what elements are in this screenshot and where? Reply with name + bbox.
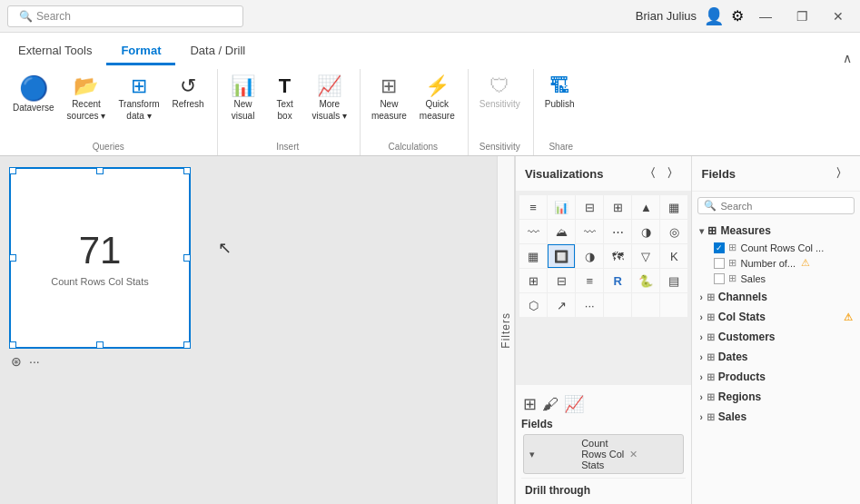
viz-more[interactable]: ··· <box>576 293 603 317</box>
more-visuals-button[interactable]: 📈 Morevisuals ▾ <box>307 73 352 125</box>
viz-line-chart[interactable]: 〰 <box>519 220 547 243</box>
viz-stacked-area[interactable]: ▦ <box>660 195 687 219</box>
viz-line2[interactable]: 〰 <box>576 220 603 243</box>
viz-expand-right[interactable]: 〉 <box>663 163 682 183</box>
sales-table-group-icon: ⊞ <box>707 411 715 423</box>
viz-waterfall[interactable]: ↗ <box>548 293 575 317</box>
quick-measure-button[interactable]: ⚡ Quickmeasure <box>414 73 460 125</box>
sensitivity-group-label: Sensitivity <box>474 142 526 155</box>
tab-external-tools[interactable]: External Tools <box>4 38 106 65</box>
viz-area-chart[interactable]: ▲ <box>632 195 659 219</box>
ribbon-group-insert: 📊 Newvisual T Textbox 📈 Morevisuals ▾ In… <box>220 69 361 155</box>
field-group-regions: › ⊞ Regions <box>696 388 856 406</box>
ribbon-group-sensitivity-items: 🛡 Sensitivity <box>474 69 526 142</box>
viz-scatter[interactable]: ⋯ <box>604 220 631 243</box>
field-group-col-stats-header[interactable]: › ⊞ Col Stats ⚠ <box>696 308 856 326</box>
field-item-sales[interactable]: ⊞ Sales <box>696 271 856 286</box>
handle-top-mid[interactable] <box>96 167 104 174</box>
handle-top-right[interactable] <box>183 167 191 174</box>
new-visual-button[interactable]: 📊 Newvisual <box>223 73 263 125</box>
viz-treemap[interactable]: ▦ <box>519 244 547 268</box>
refresh-button[interactable]: ↺ Refresh <box>167 73 210 114</box>
restore-button[interactable]: ❐ <box>787 2 816 31</box>
viz-format-icon[interactable]: 🖌 <box>542 395 559 414</box>
titlebar-search[interactable]: 🔍 Search <box>7 5 243 27</box>
field-checkbox-count-rows[interactable]: ✓ <box>714 242 725 253</box>
tab-format[interactable]: Format <box>106 38 175 65</box>
viz-map[interactable]: 🗺 <box>604 244 631 268</box>
dataverse-label: Dataverse <box>13 102 54 114</box>
field-group-measures-header[interactable]: ▾ ⊞ Measures <box>696 222 856 240</box>
minimize-button[interactable]: — <box>751 2 780 31</box>
viz-python[interactable]: 🐍 <box>632 269 659 292</box>
pill-remove-icon[interactable]: ✕ <box>629 449 677 460</box>
viz-field-pill[interactable]: ▾ Count Rows Col Stats ✕ <box>523 434 684 474</box>
search-icon: 🔍 <box>19 10 33 23</box>
viz-horizontal-bar[interactable]: ⊟ <box>576 195 603 219</box>
viz-shape[interactable]: ▤ <box>660 269 687 292</box>
fields-expand-button[interactable]: 〉 <box>832 163 851 183</box>
viz-funnel[interactable]: ▽ <box>632 244 659 268</box>
publish-button[interactable]: 🏗 Publish <box>539 73 580 114</box>
handle-bottom-mid[interactable] <box>96 341 104 349</box>
field-group-regions-header[interactable]: › ⊞ Regions <box>696 388 856 406</box>
viz-gauge[interactable]: ◑ <box>576 244 603 268</box>
recent-sources-button[interactable]: 📂 Recentsources ▾ <box>62 73 112 125</box>
viz-r[interactable]: R <box>604 269 631 292</box>
col-stats-warning-icon: ⚠ <box>844 311 853 323</box>
field-group-channels-header[interactable]: › ⊞ Channels <box>696 288 856 306</box>
ribbon-group-share-items: 🏗 Publish <box>539 69 583 142</box>
filter-icon[interactable]: ⊛ <box>11 354 22 369</box>
field-group-sales-table-header[interactable]: › ⊞ Sales <box>696 408 856 426</box>
field-group-dates-header[interactable]: › ⊞ Dates <box>696 348 856 366</box>
viz-stacked-bar[interactable]: ≡ <box>519 195 547 219</box>
fields-search-input[interactable] <box>720 201 848 212</box>
handle-left-mid[interactable] <box>9 254 16 262</box>
viz-fields-label: Fields <box>521 418 686 430</box>
ribbon: 🔵 Dataverse 📂 Recentsources ▾ ⊞ Transfor… <box>0 65 860 156</box>
handle-right-mid[interactable] <box>183 254 191 262</box>
text-box-button[interactable]: T Textbox <box>265 73 305 125</box>
transform-icon: ⊞ <box>131 76 147 96</box>
viz-kpi[interactable]: K <box>660 244 687 268</box>
transform-data-button[interactable]: ⊞ Transformdata ▾ <box>113 73 164 125</box>
handle-top-left[interactable] <box>9 167 16 174</box>
viz-area2[interactable]: ⛰ <box>548 220 575 243</box>
viz-analytics-icon[interactable]: 📈 <box>564 394 584 414</box>
ribbon-collapse-button[interactable]: ∧ <box>838 51 856 65</box>
field-group-customers-header[interactable]: › ⊞ Customers <box>696 328 856 346</box>
close-button[interactable]: ✕ <box>824 2 853 31</box>
ribbon-group-insert-items: 📊 Newvisual T Textbox 📈 Morevisuals ▾ <box>223 69 352 142</box>
canvas-area[interactable]: 71 Count Rows Col Stats ⊛ ··· ↖ <box>0 156 497 504</box>
viz-bar-chart[interactable]: 📊 <box>548 195 575 219</box>
fields-search-box[interactable]: 🔍 <box>697 197 855 214</box>
viz-donut[interactable]: ◎ <box>660 220 687 243</box>
new-measure-button[interactable]: ⊞ Newmeasure <box>366 73 412 125</box>
field-group-products-header[interactable]: › ⊞ Products <box>696 368 856 386</box>
handle-bottom-right[interactable] <box>183 341 191 349</box>
sensitivity-button[interactable]: 🛡 Sensitivity <box>474 73 526 114</box>
field-item-number-of[interactable]: ⊞ Number of... ⚠ <box>696 255 856 271</box>
viz-table[interactable]: ⊞ <box>519 269 547 292</box>
viz-card[interactable]: 🔲 <box>548 244 575 268</box>
viz-slicer[interactable]: ≡ <box>576 269 603 292</box>
viz-matrix[interactable]: ⊟ <box>548 269 575 292</box>
filters-panel[interactable]: Filters <box>497 156 515 504</box>
dataverse-button[interactable]: 🔵 Dataverse <box>7 73 60 117</box>
channels-group-label: Channels <box>718 291 767 303</box>
viz-fields-icon[interactable]: ⊞ <box>523 394 537 414</box>
field-item-count-rows[interactable]: ✓ ⊞ Count Rows Col ... <box>696 240 856 255</box>
field-label-count-rows: Count Rows Col ... <box>740 242 824 253</box>
viz-filled-map[interactable]: ⬡ <box>519 293 547 317</box>
transform-label: Transformdata ▾ <box>118 98 159 122</box>
more-options-icon[interactable]: ··· <box>29 354 40 369</box>
viz-expand-left[interactable]: 〈 <box>640 163 659 183</box>
field-checkbox-number-of[interactable] <box>714 258 725 269</box>
tab-data-drill[interactable]: Data / Drill <box>175 38 260 65</box>
regions-group-icon: ⊞ <box>707 391 715 403</box>
visual-card[interactable]: 71 Count Rows Col Stats ⊛ ··· <box>9 167 191 349</box>
viz-clustered-bar[interactable]: ⊞ <box>604 195 631 219</box>
field-checkbox-sales[interactable] <box>714 273 725 284</box>
viz-pie-chart[interactable]: ◑ <box>632 220 659 243</box>
handle-bottom-left[interactable] <box>9 341 16 349</box>
